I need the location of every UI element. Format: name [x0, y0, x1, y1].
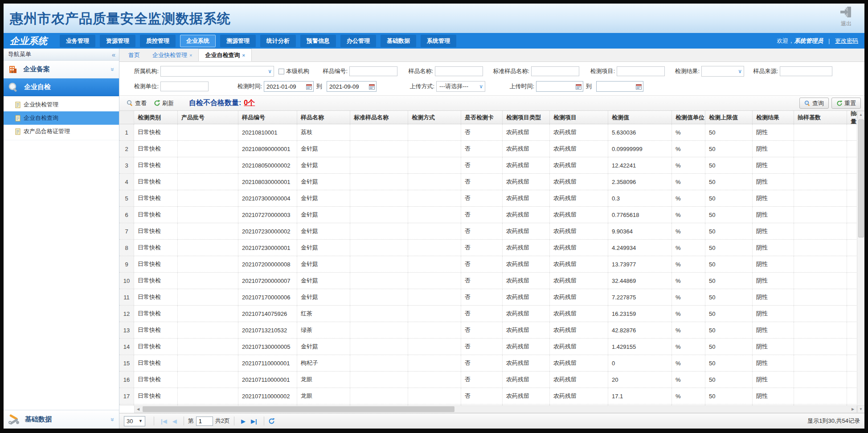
reload-icon[interactable]	[268, 418, 275, 425]
source-input[interactable]	[780, 66, 832, 76]
document-icon	[15, 102, 21, 108]
column-header[interactable]: 样品编号	[238, 111, 297, 124]
column-header[interactable]: 抽样数量	[847, 111, 857, 124]
vertical-scrollbar[interactable]: ▲ ▼	[857, 111, 864, 413]
column-header[interactable]: 检测值单位	[672, 111, 705, 124]
time-to-input[interactable]: 2021-09-09	[327, 81, 377, 92]
data-table: 检测类别产品批号样品编号样品名称标准样品名称检测方式是否检测卡检测项目类型检测项…	[119, 111, 864, 413]
sidebar-subitem-2[interactable]: 企业自检查询	[4, 111, 119, 125]
nav-item-9[interactable]: 基础数据	[381, 35, 416, 47]
test-item-input[interactable]	[617, 66, 665, 76]
table-row[interactable]: 9日常快检202107200000008金针菇否农药残留农药残留13.73977…	[119, 256, 857, 273]
table-row[interactable]: 3日常快检202108050000002金针菇否农药残留农药残留12.42241…	[119, 157, 857, 174]
table-row[interactable]: 1日常快检20210810001荔枝否农药残留农药残留5.630036%50阴性	[119, 124, 857, 141]
time-from-input[interactable]: 2021-01-09	[264, 81, 314, 92]
nav-item-2[interactable]: 资源管理	[100, 35, 135, 47]
last-page-button[interactable]: ▶|	[251, 418, 257, 425]
record-summary: 显示1到30,共54记录	[807, 417, 860, 425]
sample-no-label: 样品编号:	[309, 67, 348, 75]
sidebar-collapse-icon[interactable]: «	[112, 51, 115, 58]
column-header[interactable]: 检测类别	[134, 111, 178, 124]
view-button[interactable]: 查看	[127, 99, 147, 107]
sidebar-item-company-record[interactable]: 企业备案 »	[4, 61, 119, 78]
nav-menu: 业务管理资源管理质控管理企业系统溯源管理统计分析预警信息办公管理基础数据系统管理	[60, 35, 456, 47]
sample-name-label: 样品名称:	[397, 67, 433, 75]
fail-count-value[interactable]: 0个	[244, 98, 255, 108]
reset-button[interactable]: 重置	[831, 98, 861, 109]
table-row[interactable]: 7日常快检202107230000002金针菇否农药残留农药残留9.90364%…	[119, 223, 857, 240]
column-header[interactable]: 检测方式	[408, 111, 461, 124]
column-header[interactable]: 是否检测卡	[461, 111, 503, 124]
nav-item-7[interactable]: 预警信息	[300, 35, 336, 47]
column-header[interactable]: 检测上限值	[705, 111, 753, 124]
close-icon[interactable]: ×	[189, 53, 192, 58]
sample-name-input[interactable]	[435, 66, 483, 76]
column-header[interactable]: 检测结果	[753, 111, 794, 124]
page-size-select[interactable]: 30 ▼	[124, 416, 145, 426]
first-page-button[interactable]: |◀	[161, 418, 167, 425]
tab-1[interactable]: 首页	[122, 49, 146, 61]
column-header[interactable]: 检测项目类型	[503, 111, 550, 124]
table-row[interactable]: 2日常快检202108090000001金针菇否农药残留农药残留0.099999…	[119, 141, 857, 157]
result-select[interactable]: ∨	[701, 66, 744, 77]
logout-label: 退出	[836, 20, 856, 28]
table-row[interactable]: 11日常快检202107170000006金针菇否农药残留农药残留7.22787…	[119, 289, 857, 306]
column-header[interactable]: 样品名称	[297, 111, 350, 124]
table-header-row: 检测类别产品批号样品编号样品名称标准样品名称检测方式是否检测卡检测项目类型检测项…	[119, 111, 857, 124]
tab-2[interactable]: 企业快检管理×	[146, 49, 198, 61]
sidebar-item-label: 企业备案	[23, 65, 50, 74]
nav-item-4[interactable]: 企业系统	[180, 35, 216, 47]
tab-3[interactable]: 企业自检查询×	[198, 49, 251, 61]
unit-input[interactable]	[160, 82, 209, 91]
nav-item-6[interactable]: 统计分析	[260, 35, 296, 47]
table-row[interactable]: 6日常快检202107270000003金针菇否农药残留农药残留0.776561…	[119, 207, 857, 223]
nav-item-8[interactable]: 办公管理	[340, 35, 376, 47]
local-org-checkbox[interactable]	[278, 69, 284, 74]
sidebar-subitem-3[interactable]: 农产品合格证管理	[4, 125, 119, 138]
hscroll-thumb[interactable]	[143, 406, 454, 412]
filter-panel: 所属机构: ∨ 本级机构 样品编号: 样品名称: 标准样品名称: 检测项目: 检…	[119, 62, 864, 96]
table-row[interactable]: 8日常快检202107230000001金针菇否农药残留农药残留4.249934…	[119, 240, 857, 256]
close-icon[interactable]: ×	[242, 53, 245, 58]
column-header[interactable]: 产品批号	[178, 111, 238, 124]
upload-time-to-input[interactable]	[596, 81, 643, 92]
nav-item-10[interactable]: 系统管理	[421, 35, 456, 47]
nav-item-1[interactable]: 业务管理	[60, 35, 95, 47]
upload-mode-select[interactable]: ---请选择---∨	[436, 81, 485, 92]
sidebar-subitem-1[interactable]: 企业快检管理	[4, 98, 119, 111]
next-page-button[interactable]: ▶	[241, 418, 246, 425]
scroll-right-icon[interactable]: ▶	[849, 406, 856, 413]
std-sample-input[interactable]	[531, 66, 579, 76]
column-header[interactable]: 标准样品名称	[350, 111, 408, 124]
table-row[interactable]: 5日常快检202107300000004金针菇否农药残留农药残留0.3%50阴性	[119, 190, 857, 207]
nav-item-5[interactable]: 溯源管理	[220, 35, 256, 47]
horizontal-scrollbar[interactable]: ◀ ▶	[119, 405, 857, 413]
column-header[interactable]: 抽样基数	[794, 111, 847, 124]
query-button[interactable]: 查询	[799, 98, 829, 109]
scroll-up-icon[interactable]: ▲	[857, 111, 865, 118]
sidebar-item-self-check[interactable]: 企业自检	[4, 78, 119, 96]
column-header[interactable]: 检测项目	[550, 111, 608, 124]
org-select[interactable]: ∨	[160, 66, 274, 77]
scroll-down-icon[interactable]: ▼	[857, 405, 865, 413]
prev-page-button[interactable]: ◀	[172, 418, 177, 425]
table-row[interactable]: 13日常快检20210713210532绿茶否农药残留农药残留42.82876%…	[119, 322, 857, 339]
refresh-button[interactable]: 刷新	[154, 99, 174, 107]
vscroll-thumb[interactable]	[858, 119, 864, 237]
nav-item-3[interactable]: 质控管理	[140, 35, 176, 47]
table-row[interactable]: 17日常快检202107110000002龙眼否农药残留农药残留17.1%50阴…	[119, 388, 857, 404]
page-number-input[interactable]	[196, 417, 213, 426]
column-header[interactable]: 检测值	[608, 111, 672, 124]
sample-no-input[interactable]	[349, 66, 397, 76]
table-row[interactable]: 16日常快检202107110000001龙眼否农药残留农药残留20%50阴性	[119, 372, 857, 388]
table-row[interactable]: 15日常快检202107110000001枸杞子否农药残留农药残留0%50阴性	[119, 355, 857, 372]
sidebar-item-base-data[interactable]: 基础数据 »	[4, 410, 119, 429]
table-row[interactable]: 10日常快检202107200000007金针菇否农药残留农药残留32.4486…	[119, 273, 857, 289]
scroll-left-icon[interactable]: ◀	[135, 406, 142, 413]
upload-time-from-input[interactable]	[536, 81, 583, 92]
table-row[interactable]: 14日常快检202107130000005金针菇否农药残留农药残留1.42915…	[119, 339, 857, 355]
table-row[interactable]: 12日常快检20210714075926红茶否农药残留农药残留16.23159%…	[119, 306, 857, 322]
table-row[interactable]: 4日常快检202108030000001金针菇否农药残留农药残留2.358096…	[119, 174, 857, 190]
change-password-link[interactable]: 更改密码	[835, 37, 858, 44]
logout-button[interactable]: 退出	[836, 6, 856, 28]
